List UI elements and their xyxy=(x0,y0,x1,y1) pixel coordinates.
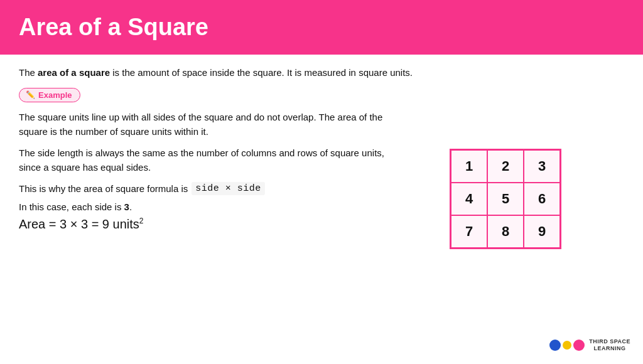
intro-bold-text: area of a square xyxy=(38,67,110,78)
grid-cell-6: 6 xyxy=(524,183,560,215)
intro-paragraph: The area of a square is the amount of sp… xyxy=(19,66,624,80)
page-title: Area of a Square xyxy=(19,14,624,41)
tsl-logo: THIRD SPACE LEARNING xyxy=(549,338,630,353)
grid-row-1: 1 2 3 xyxy=(451,150,560,183)
tsl-circle-blue xyxy=(549,340,561,351)
area-formula-text: Area = 3 × 3 = 9 units2 xyxy=(19,217,143,231)
grid-cell-8: 8 xyxy=(487,215,524,248)
formula-prefix: This is why the area of square formula i… xyxy=(19,183,188,194)
content-area: The area of a square is the amount of sp… xyxy=(0,55,643,364)
grid-cell-9: 9 xyxy=(524,215,560,248)
grid-cell-4: 4 xyxy=(451,183,487,215)
grid-diagram: 1 2 3 4 5 6 7 8 9 xyxy=(450,149,561,249)
grid-cell-5: 5 xyxy=(487,183,524,215)
grid-cell-7: 7 xyxy=(451,215,487,248)
page-wrapper: Area of a Square The area of a square is… xyxy=(0,0,643,364)
tsl-circle-pink xyxy=(573,340,585,351)
grid-cell-3: 3 xyxy=(524,150,560,183)
tsl-text-block: THIRD SPACE LEARNING xyxy=(589,338,630,353)
tsl-logo-wrapper: THIRD SPACE LEARNING xyxy=(549,338,630,353)
area-exponent: 2 xyxy=(139,217,144,226)
tsl-line1: THIRD SPACE xyxy=(589,338,630,346)
tsl-line2: LEARNING xyxy=(589,345,630,353)
example-badge-label: Example xyxy=(38,90,72,100)
header: Area of a Square xyxy=(0,0,643,55)
grid-cell-1: 1 xyxy=(451,150,487,183)
formula-inline: side × side xyxy=(192,182,265,195)
tsl-circle-yellow xyxy=(563,341,571,350)
grid-row-3: 7 8 9 xyxy=(451,215,560,248)
intro-text-before: The xyxy=(19,67,38,78)
grid-cell-2: 2 xyxy=(487,150,524,183)
area-formula-main: Area = 3 × 3 = 9 units xyxy=(19,217,139,231)
tsl-logo-circles xyxy=(549,340,585,351)
pencil-icon: ✏️ xyxy=(26,90,35,99)
paragraph-2: The side length is always the same as th… xyxy=(19,146,408,175)
intro-text-after: is the amount of space inside the square… xyxy=(112,67,413,78)
side-value-text: In this case, each side is 3. xyxy=(19,201,132,212)
paragraph-1: The square units line up with all sides … xyxy=(19,110,408,139)
example-badge[interactable]: ✏️ Example xyxy=(19,88,80,102)
grid-row-2: 4 5 6 xyxy=(451,183,560,215)
